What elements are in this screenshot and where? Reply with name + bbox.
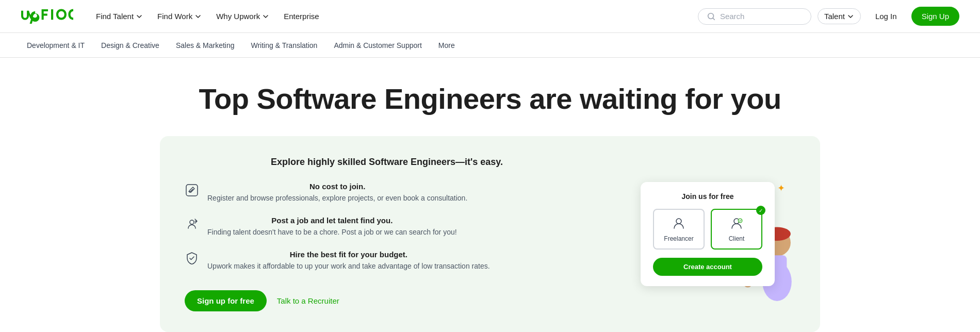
subnav-item-more[interactable]: More <box>432 37 461 54</box>
login-button[interactable]: Log In <box>867 8 905 25</box>
card-subtitle: Explore highly skilled Software Engineer… <box>185 157 589 168</box>
feature-title-post: Post a job and let talent find you. <box>207 216 457 225</box>
join-options: Freelancer ✓ Client <box>653 209 762 250</box>
nav-links: Find Talent Find Work Why Upwork Enterpr… <box>90 8 698 25</box>
subnav-item-dev-it[interactable]: Development & IT <box>21 37 91 54</box>
chevron-down-icon <box>194 13 202 20</box>
selected-check: ✓ <box>756 206 765 215</box>
subnav-item-design[interactable]: Design & Creative <box>95 37 166 54</box>
card-left: Explore highly skilled Software Engineer… <box>185 157 589 311</box>
search-icon <box>707 12 716 21</box>
nav-why-upwork[interactable]: Why Upwork <box>210 8 275 25</box>
feature-desc-budget: Upwork makes it affordable to up your wo… <box>207 261 490 272</box>
search-placeholder: Search <box>720 12 803 21</box>
feature-desc-cost: Register and browse professionals, explo… <box>207 193 467 204</box>
client-icon <box>729 216 744 230</box>
feature-list: No cost to join. Register and browse pro… <box>185 182 589 272</box>
logo[interactable] <box>21 7 73 26</box>
post-job-icon <box>185 217 199 231</box>
navbar: Find Talent Find Work Why Upwork Enterpr… <box>0 0 980 33</box>
subnav-item-sales[interactable]: Sales & Marketing <box>170 37 241 54</box>
feature-title-budget: Hire the best fit for your budget. <box>207 250 490 259</box>
signup-free-button[interactable]: Sign up for free <box>185 290 267 311</box>
feature-item-budget: Hire the best fit for your budget. Upwor… <box>185 250 589 272</box>
subnav-item-writing[interactable]: Writing & Translation <box>245 37 324 54</box>
explore-card: Explore highly skilled Software Engineer… <box>160 136 820 332</box>
shield-icon <box>185 251 199 265</box>
client-option[interactable]: ✓ Client <box>711 209 762 250</box>
feature-item-post: Post a job and let talent find you. Find… <box>185 216 589 238</box>
search-bar[interactable]: Search <box>698 8 811 25</box>
sparkle-decoration: ✦ <box>777 182 785 194</box>
edit-icon <box>185 183 199 197</box>
card-illustration: Join us for free Freelancer ✓ <box>620 177 795 291</box>
svg-point-5 <box>738 219 742 223</box>
freelancer-option[interactable]: Freelancer <box>653 209 705 250</box>
feature-title-cost: No cost to join. <box>207 182 467 191</box>
create-account-button[interactable]: Create account <box>653 258 762 276</box>
join-card: Join us for free Freelancer ✓ <box>641 182 775 286</box>
feature-item-cost: No cost to join. Register and browse pro… <box>185 182 589 204</box>
svg-point-3 <box>676 219 681 224</box>
signup-button[interactable]: Sign Up <box>911 7 959 26</box>
subnav: Development & IT Design & Creative Sales… <box>0 33 980 58</box>
navbar-right: Search Talent Log In Sign Up <box>698 7 959 26</box>
nav-find-talent[interactable]: Find Talent <box>90 8 149 25</box>
hero-title: Top Software Engineers are waiting for y… <box>21 82 959 115</box>
svg-point-2 <box>190 220 194 224</box>
feature-desc-post: Finding talent doesn't have to be a chor… <box>207 227 457 238</box>
chevron-down-icon <box>262 13 269 20</box>
talent-dropdown[interactable]: Talent <box>818 8 861 24</box>
chevron-down-icon <box>136 13 143 20</box>
join-title: Join us for free <box>653 192 762 201</box>
recruiter-button[interactable]: Talk to a Recruiter <box>277 296 339 305</box>
freelancer-icon <box>672 216 686 230</box>
hero-section: Top Software Engineers are waiting for y… <box>0 58 980 332</box>
card-actions: Sign up for free Talk to a Recruiter <box>185 290 589 311</box>
chevron-down-icon <box>847 13 854 20</box>
subnav-item-admin[interactable]: Admin & Customer Support <box>328 37 428 54</box>
nav-find-work[interactable]: Find Work <box>151 8 208 25</box>
nav-enterprise[interactable]: Enterprise <box>277 8 325 25</box>
